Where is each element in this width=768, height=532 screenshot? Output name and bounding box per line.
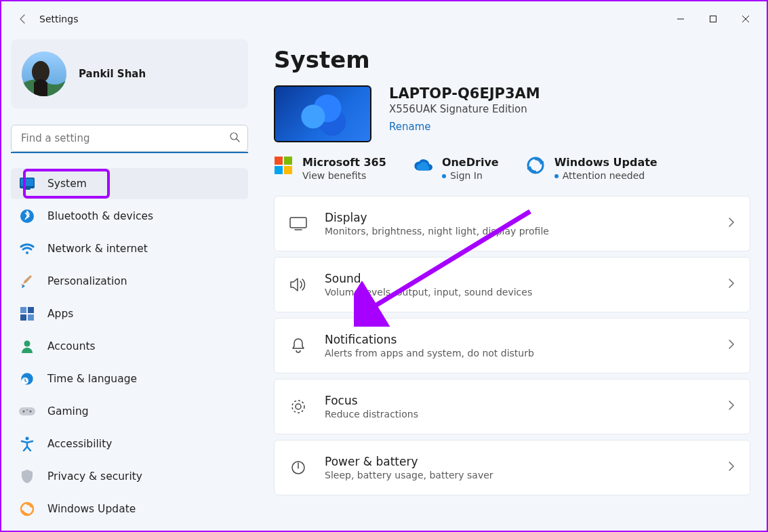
minimize-button[interactable] xyxy=(665,8,696,30)
sidebar-nav: System Bluetooth & devices Network & int… xyxy=(11,168,248,525)
svg-rect-6 xyxy=(24,188,31,190)
back-button[interactable] xyxy=(11,7,35,31)
close-icon xyxy=(742,15,750,23)
wifi-icon xyxy=(19,241,35,257)
card-notifications[interactable]: Notifications Alerts from apps and syste… xyxy=(274,318,750,373)
sidebar-item-label: Gaming xyxy=(47,405,89,417)
card-focus[interactable]: Focus Reduce distractions xyxy=(274,379,750,434)
promo-title: Windows Update xyxy=(554,156,658,169)
chevron-right-icon xyxy=(728,339,735,352)
promo-onedrive[interactable]: OneDrive Sign In xyxy=(413,156,499,181)
promo-sub: Sign In xyxy=(442,170,499,181)
arrow-left-icon xyxy=(18,14,28,24)
sidebar-item-label: Time & language xyxy=(47,373,137,385)
sidebar: Pankil Shah System Bluetooth & device xyxy=(1,37,258,531)
clock-globe-icon xyxy=(19,371,35,387)
accessibility-icon xyxy=(19,436,35,452)
system-icon xyxy=(19,176,35,192)
paintbrush-icon xyxy=(19,273,35,289)
svg-rect-5 xyxy=(21,179,34,186)
onedrive-icon xyxy=(413,156,432,175)
svg-rect-9 xyxy=(20,307,26,313)
sidebar-item-system[interactable]: System xyxy=(11,168,248,199)
svg-point-21 xyxy=(26,437,29,441)
sidebar-item-label: Windows Update xyxy=(47,503,136,515)
card-display[interactable]: Display Monitors, brightness, night ligh… xyxy=(274,196,750,251)
promo-microsoft-365[interactable]: Microsoft 365 View benefits xyxy=(274,156,386,181)
gamepad-icon xyxy=(19,403,35,420)
card-title: Display xyxy=(325,211,710,224)
svg-rect-25 xyxy=(275,166,283,174)
rename-link[interactable]: Rename xyxy=(389,121,431,133)
svg-rect-17 xyxy=(19,407,35,415)
svg-rect-12 xyxy=(28,314,34,321)
sidebar-item-personalization[interactable]: Personalization xyxy=(11,266,248,297)
sidebar-item-privacy[interactable]: Privacy & security xyxy=(11,461,248,492)
window-title: Settings xyxy=(39,14,78,24)
minimize-icon xyxy=(676,15,685,23)
windows-update-icon xyxy=(526,156,545,175)
card-sub: Alerts from apps and system, do not dist… xyxy=(325,348,710,359)
card-title: Power & battery xyxy=(325,455,710,468)
svg-point-27 xyxy=(528,158,543,173)
avatar xyxy=(22,52,66,96)
device-model: X556UAK Signature Edition xyxy=(389,103,540,115)
svg-rect-26 xyxy=(284,166,292,174)
svg-rect-24 xyxy=(284,157,292,165)
svg-point-3 xyxy=(230,133,237,140)
person-icon xyxy=(19,338,35,354)
svg-rect-11 xyxy=(20,314,26,321)
sidebar-item-label: Bluetooth & devices xyxy=(47,210,153,222)
sidebar-item-gaming[interactable]: Gaming xyxy=(11,396,248,427)
sound-icon xyxy=(289,276,307,293)
shield-icon xyxy=(19,468,35,485)
device-name: LAPTOP-Q6EJP3AM xyxy=(389,85,540,102)
settings-list: Display Monitors, brightness, night ligh… xyxy=(274,196,750,495)
card-sub: Reduce distractions xyxy=(325,409,710,420)
microsoft-365-icon xyxy=(274,156,293,175)
svg-point-18 xyxy=(23,411,25,413)
sidebar-item-label: Privacy & security xyxy=(47,470,142,483)
bell-icon xyxy=(289,337,307,354)
sidebar-item-apps[interactable]: Apps xyxy=(11,298,248,329)
card-power-battery[interactable]: Power & battery Sleep, battery usage, ba… xyxy=(274,440,750,495)
card-title: Sound xyxy=(325,272,710,285)
sidebar-item-label: Personalization xyxy=(47,275,127,287)
sidebar-item-label: System xyxy=(47,178,87,190)
sidebar-item-network[interactable]: Network & internet xyxy=(11,233,248,264)
card-sound[interactable]: Sound Volume levels, output, input, soun… xyxy=(274,257,750,312)
svg-point-8 xyxy=(26,251,28,254)
maximize-icon xyxy=(709,15,717,23)
search-icon xyxy=(229,131,240,145)
promo-windows-update[interactable]: Windows Update Attention needed xyxy=(526,156,658,181)
card-sub: Sleep, battery usage, battery saver xyxy=(325,470,710,480)
chevron-right-icon xyxy=(728,400,735,413)
sidebar-item-accessibility[interactable]: Accessibility xyxy=(11,428,248,459)
main-content: System LAPTOP-Q6EJP3AM X556UAK Signature… xyxy=(258,37,767,531)
close-button[interactable] xyxy=(730,8,761,30)
bluetooth-icon xyxy=(19,208,35,224)
sidebar-item-label: Accounts xyxy=(47,340,96,352)
update-icon xyxy=(19,501,35,517)
card-title: Focus xyxy=(325,394,710,407)
maximize-button[interactable] xyxy=(698,8,729,30)
svg-point-30 xyxy=(296,404,301,409)
sidebar-item-windows-update[interactable]: Windows Update xyxy=(11,493,248,525)
sidebar-item-label: Network & internet xyxy=(47,243,148,255)
promo-sub: View benefits xyxy=(302,170,386,181)
svg-rect-28 xyxy=(290,218,306,228)
profile-name: Pankil Shah xyxy=(79,68,146,80)
profile-card[interactable]: Pankil Shah xyxy=(11,39,248,108)
chevron-right-icon xyxy=(728,217,735,230)
sidebar-item-time-language[interactable]: Time & language xyxy=(11,363,248,394)
chevron-right-icon xyxy=(728,278,735,291)
promo-row: Microsoft 365 View benefits OneDrive Sig… xyxy=(274,156,750,181)
svg-rect-23 xyxy=(275,157,283,165)
sidebar-item-bluetooth[interactable]: Bluetooth & devices xyxy=(11,201,248,232)
card-sub: Monitors, brightness, night light, displ… xyxy=(325,226,710,237)
sidebar-item-accounts[interactable]: Accounts xyxy=(11,331,248,362)
card-title: Notifications xyxy=(325,333,710,346)
svg-point-13 xyxy=(24,341,31,347)
card-sub: Volume levels, output, input, sound devi… xyxy=(325,287,710,298)
search-input[interactable] xyxy=(11,125,248,152)
